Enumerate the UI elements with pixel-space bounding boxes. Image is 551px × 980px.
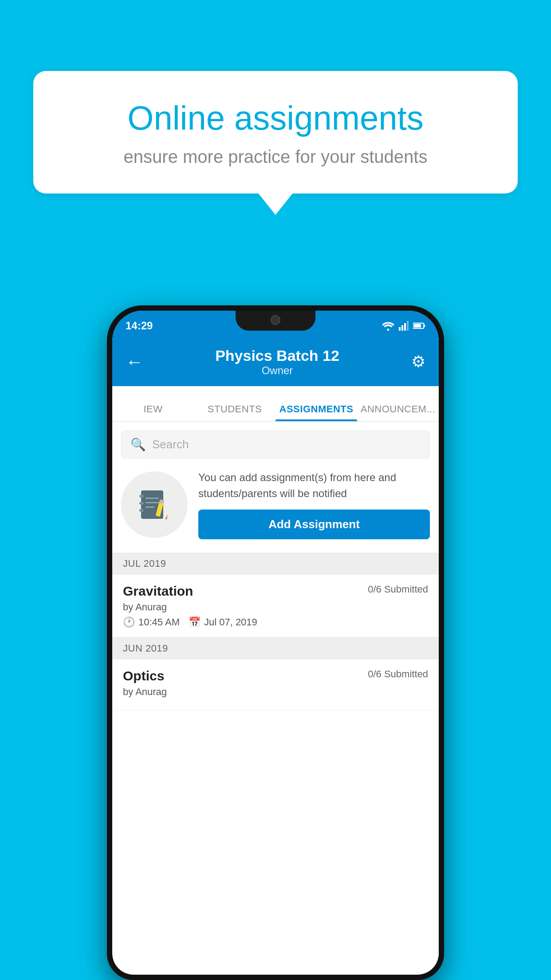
assignment-item-optics[interactable]: Optics 0/6 Submitted by Anurag [112, 660, 439, 711]
assignment-submitted-gravitation: 0/6 Submitted [368, 584, 428, 595]
assignment-name-optics: Optics [123, 668, 164, 684]
assignment-item-gravitation[interactable]: Gravitation 0/6 Submitted by Anurag 🕐 10… [112, 575, 439, 637]
search-bar[interactable]: 🔍 Search [121, 431, 430, 458]
assignment-row1-optics: Optics 0/6 Submitted [123, 668, 428, 684]
svg-rect-12 [146, 498, 159, 499]
search-placeholder: Search [152, 438, 189, 451]
svg-rect-7 [414, 324, 421, 328]
wifi-icon [382, 321, 394, 331]
tabs-bar: IEW STUDENTS ASSIGNMENTS ANNOUNCEM... [112, 386, 439, 422]
svg-rect-6 [424, 324, 425, 327]
app-header: ← Physics Batch 12 Owner ⚙ [112, 337, 439, 386]
svg-rect-10 [139, 502, 144, 505]
speech-bubble-title: Online assignments [69, 98, 482, 138]
search-icon: 🔍 [130, 437, 146, 452]
tab-announcements[interactable]: ANNOUNCEM... [357, 403, 439, 421]
tab-assignments[interactable]: ASSIGNMENTS [276, 403, 357, 421]
phone-frame: 14:29 [107, 305, 444, 980]
promo-description: You can add assignment(s) from here and … [198, 470, 430, 502]
assignment-by-gravitation: by Anurag [123, 601, 428, 613]
svg-rect-9 [139, 495, 144, 498]
speech-bubble: Online assignments ensure more practice … [33, 71, 518, 194]
section-header-jun: JUN 2019 [112, 637, 439, 660]
tab-students[interactable]: STUDENTS [194, 403, 276, 421]
settings-icon[interactable]: ⚙ [411, 352, 425, 371]
clock-icon: 🕐 [123, 616, 135, 628]
assignment-date: 📅 Jul 07, 2019 [189, 616, 257, 628]
svg-rect-1 [399, 327, 401, 331]
phone-screen: 14:29 [112, 311, 439, 975]
camera-icon [271, 315, 280, 325]
svg-rect-13 [146, 502, 159, 503]
assignment-time: 🕐 10:45 AM [123, 616, 180, 628]
notebook-icon [137, 487, 172, 522]
promo-right: You can add assignment(s) from here and … [198, 470, 430, 539]
svg-point-0 [387, 329, 390, 331]
assignment-by-optics: by Anurag [123, 686, 428, 698]
assignment-icon-circle [121, 471, 188, 538]
svg-rect-11 [139, 509, 144, 512]
svg-marker-16 [165, 514, 168, 520]
signal-icon [399, 321, 409, 331]
calendar-icon: 📅 [189, 616, 201, 628]
phone-notch [236, 311, 315, 331]
content-area: 🔍 Search [112, 422, 439, 975]
add-assignment-button[interactable]: Add Assignment [198, 510, 430, 539]
svg-rect-14 [146, 506, 154, 508]
svg-rect-4 [407, 321, 409, 331]
batch-role: Owner [143, 364, 411, 377]
status-time: 14:29 [126, 316, 153, 332]
assignment-name-gravitation: Gravitation [123, 584, 193, 599]
battery-icon [413, 322, 425, 329]
speech-bubble-container: Online assignments ensure more practice … [33, 71, 518, 194]
header-title-group: Physics Batch 12 Owner [143, 347, 411, 377]
volume-down-button [107, 435, 110, 462]
add-assignment-promo: You can add assignment(s) from here and … [121, 465, 430, 544]
assignment-row1: Gravitation 0/6 Submitted [123, 584, 428, 599]
back-button[interactable]: ← [126, 352, 143, 372]
status-icons [382, 317, 425, 331]
assignment-time-value: 10:45 AM [138, 616, 180, 628]
tab-overview[interactable]: IEW [112, 403, 194, 421]
assignment-date-value: Jul 07, 2019 [204, 616, 257, 628]
svg-rect-2 [401, 325, 403, 331]
volume-up-button [107, 399, 110, 426]
batch-title: Physics Batch 12 [143, 347, 411, 364]
power-button [441, 417, 444, 462]
assignment-meta-gravitation: 🕐 10:45 AM 📅 Jul 07, 2019 [123, 616, 428, 628]
section-header-jul: JUL 2019 [112, 553, 439, 575]
speech-bubble-subtitle: ensure more practice for your students [69, 147, 482, 167]
svg-rect-3 [404, 323, 406, 331]
assignment-submitted-optics: 0/6 Submitted [368, 668, 428, 680]
